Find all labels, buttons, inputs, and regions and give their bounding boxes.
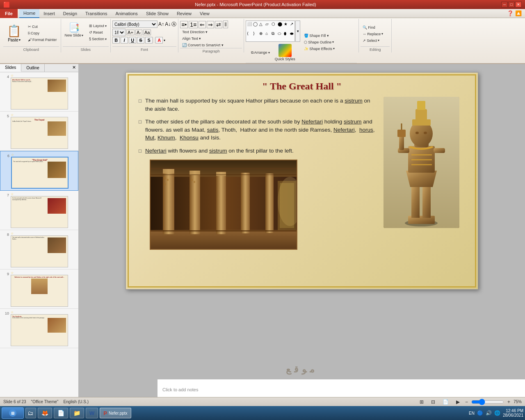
replace-btn[interactable]: ↔ Replace ▾ bbox=[361, 31, 390, 37]
maximize-btn[interactable]: □ bbox=[508, 2, 515, 7]
slide-canvas[interactable]: " The Great Hall " ☐ The main hall is su… bbox=[126, 72, 478, 290]
columns-btn[interactable]: ⫴ bbox=[223, 21, 228, 28]
zoom-increase-btn[interactable]: + bbox=[507, 399, 510, 405]
reset-button[interactable]: ↺ Reset bbox=[87, 30, 109, 35]
decrease-size-btn[interactable]: A- bbox=[135, 30, 142, 35]
arrange-btn[interactable]: ⧉ Arrange ▾ bbox=[249, 42, 272, 63]
view-slideshow-btn[interactable]: ▶ bbox=[454, 398, 462, 406]
strikethrough-btn[interactable]: S bbox=[137, 37, 144, 43]
shape-fill-btn[interactable]: 🪣 Shape Fill ▾ bbox=[302, 33, 337, 39]
menu-design[interactable]: Design bbox=[59, 9, 81, 18]
new-slide-dropdown[interactable]: ▾ bbox=[82, 34, 83, 37]
section-button[interactable]: § Section ▾ bbox=[87, 36, 109, 42]
zoom-slider[interactable] bbox=[471, 399, 504, 404]
text-direction-btn[interactable]: Text Direction ▾ bbox=[180, 29, 210, 35]
text-shadow-btn[interactable]: S bbox=[145, 37, 153, 43]
bold-btn[interactable]: B bbox=[112, 37, 120, 43]
slide-item-7[interactable]: 7 ☆ On the west wall to the left a scene… bbox=[0, 191, 78, 230]
minimize-btn[interactable]: ─ bbox=[501, 2, 508, 7]
quick-styles-btn[interactable]: Quick Styles bbox=[273, 42, 297, 63]
underline-btn[interactable]: U bbox=[129, 37, 136, 43]
paste-dropdown-icon[interactable]: ▾ bbox=[19, 38, 21, 42]
notes-placeholder[interactable]: Click to add notes bbox=[162, 387, 198, 392]
change-case-btn[interactable]: Aa bbox=[143, 30, 151, 35]
menu-animations[interactable]: Animations bbox=[111, 9, 142, 18]
slide-item-6[interactable]: 6 ☆ "The Great Hall" The main hall is su… bbox=[0, 151, 78, 191]
taskbar-word[interactable]: W bbox=[86, 408, 98, 418]
view-slide-sorter-btn[interactable]: ⊟ bbox=[429, 398, 437, 406]
slide-item-10[interactable]: 10 ☆ The Vestibule In this station, in t… bbox=[0, 309, 78, 348]
hall-image[interactable] bbox=[150, 160, 297, 250]
notes-area[interactable]: Click to add notes bbox=[158, 379, 525, 399]
select-icon: ↗ bbox=[363, 39, 366, 43]
align-text-btn[interactable]: Align Text ▾ bbox=[180, 36, 203, 41]
rtl-ltr-btn[interactable]: ⇄ bbox=[215, 21, 222, 28]
close-panel-btn[interactable]: ✕ bbox=[70, 64, 78, 72]
menu-insert[interactable]: Insert bbox=[39, 9, 59, 18]
statue-image[interactable] bbox=[383, 97, 466, 228]
system-clock[interactable]: 12:46 PM 28/06/2021 bbox=[503, 409, 523, 418]
slide-text-area[interactable]: ☐ The main hall is supported by six squa… bbox=[138, 97, 377, 250]
taskbar-explorer[interactable]: 📁 bbox=[70, 408, 84, 418]
outline-tab[interactable]: Outline bbox=[21, 64, 45, 72]
slides-tab[interactable]: Slides bbox=[0, 64, 21, 72]
slide-item-8[interactable]: 8 ☆ The west wall is decorated with a sc… bbox=[0, 230, 78, 269]
shape-effects-btn[interactable]: ✨ Shape Effects ▾ bbox=[302, 46, 337, 52]
bullet-text-3: Nefertari with flowers and sistrum on th… bbox=[145, 147, 294, 155]
svg-rect-13 bbox=[164, 183, 166, 185]
taskbar-powerpoint[interactable]: P Nefer.pptx bbox=[100, 408, 131, 418]
menu-home[interactable]: Home bbox=[19, 9, 39, 18]
menu-review[interactable]: Review bbox=[173, 9, 196, 18]
help-icon[interactable]: ❓ bbox=[507, 10, 514, 16]
shape-outline-btn[interactable]: ⬡ Shape Outline ▾ bbox=[302, 39, 337, 45]
font-size-select[interactable]: 18121424 bbox=[112, 29, 126, 36]
shapes-dropdown[interactable]: ▾ bbox=[295, 21, 300, 42]
decrease-font-icon[interactable]: A↓ bbox=[165, 21, 171, 27]
bullets-btn[interactable]: ≡• bbox=[180, 21, 188, 28]
find-btn[interactable]: 🔍 Find bbox=[361, 25, 390, 30]
svg-rect-37 bbox=[415, 109, 427, 121]
main-area: " The Great Hall " ☐ The main hall is su… bbox=[79, 64, 525, 399]
view-normal-btn[interactable]: ⊞ bbox=[418, 398, 426, 406]
slide-title[interactable]: " The Great Hall " bbox=[138, 81, 466, 92]
taskbar-firefox[interactable]: 🦊 bbox=[38, 408, 52, 418]
italic-btn[interactable]: I bbox=[121, 37, 128, 43]
new-slide-button[interactable]: 📑 New Slide ▾ bbox=[63, 21, 86, 39]
paste-button[interactable]: 📋 Paste ▾ bbox=[3, 20, 25, 46]
select-btn[interactable]: ↗ Select ▾ bbox=[361, 38, 390, 43]
panel-tabs: Slides Outline ✕ bbox=[0, 64, 78, 72]
menu-transitions[interactable]: Transitions bbox=[81, 9, 111, 18]
increase-indent-btn[interactable]: ⇒ bbox=[207, 21, 214, 28]
file-menu-btn[interactable]: File bbox=[0, 9, 18, 18]
decrease-indent-btn[interactable]: ⇐ bbox=[199, 21, 206, 28]
shapes-grid[interactable]: ⬜◯△▱ ⬡⬤★↗ ⟨⟩⊕⌂ ⧉⬭⬮⬬ bbox=[246, 21, 295, 42]
menu-view[interactable]: View bbox=[196, 9, 214, 18]
clear-format-icon[interactable]: Ⓐ bbox=[171, 21, 176, 28]
increase-size-btn[interactable]: A+ bbox=[126, 30, 135, 35]
close-btn[interactable]: ✕ bbox=[515, 2, 522, 7]
font-color-dropdown[interactable]: ▾ bbox=[164, 39, 165, 42]
firefox-icon: 🦊 bbox=[41, 410, 48, 416]
language-info: English (U.S.) bbox=[63, 399, 89, 404]
convert-smartart-btn[interactable]: 🔄 Convert to SmartArt ▾ bbox=[180, 42, 226, 48]
zoom-decrease-btn[interactable]: − bbox=[465, 399, 468, 405]
slide-body: ☐ The main hall is supported by six squa… bbox=[138, 97, 466, 250]
font-color-btn[interactable]: A bbox=[155, 37, 163, 43]
minimize-ribbon-icon[interactable]: 🔼 bbox=[515, 10, 522, 16]
view-reading-btn[interactable]: 📄 bbox=[441, 398, 451, 406]
taskbar-show-desktop[interactable]: 🗂 bbox=[25, 408, 36, 418]
svg-rect-30 bbox=[434, 148, 445, 153]
copy-button[interactable]: ⎘ Copy bbox=[26, 30, 59, 36]
increase-font-icon[interactable]: A↑ bbox=[158, 21, 164, 27]
taskbar-acrobat[interactable]: 📄 bbox=[54, 408, 68, 418]
numbering-btn[interactable]: 1≡ bbox=[189, 21, 198, 28]
format-painter-button[interactable]: 🖌 Format Painter bbox=[26, 37, 59, 43]
start-button[interactable]: ⊞ bbox=[2, 407, 24, 419]
layout-button[interactable]: ⊞ Layout ▾ bbox=[87, 23, 109, 29]
slide-item-5[interactable]: 5 ☆ The Façad In Abu-Simbel, the "Façad"… bbox=[0, 112, 78, 151]
menu-slideshow[interactable]: Slide Show bbox=[142, 9, 173, 18]
slide-item-4[interactable]: 4 ☆ Abu-Simbel 120 km south... Ramses II… bbox=[0, 72, 78, 112]
cut-button[interactable]: ✂ Cut bbox=[26, 24, 59, 30]
slide-item-9[interactable]: 9 ☆ Nefertari is crowned by Isis and Hat… bbox=[0, 269, 78, 309]
font-family-select[interactable]: Calibri (Body) Arial Times New Roman bbox=[112, 21, 158, 28]
